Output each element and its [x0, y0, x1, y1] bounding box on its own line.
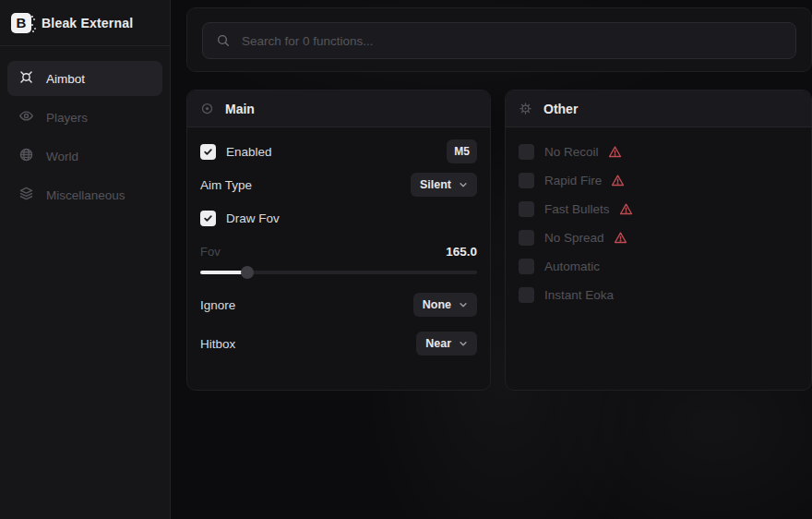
- sidebar-item-aimbot[interactable]: Aimbot: [7, 61, 162, 96]
- sidebar-item-label: World: [46, 150, 78, 163]
- instant-eoka-row: Instant Eoka: [519, 285, 798, 304]
- no-spread-checkbox[interactable]: [519, 230, 534, 246]
- app-logo-letter: B: [17, 15, 27, 30]
- panel-main-body: Enabled M5 Aim Type Silent Draw Fov: [187, 127, 490, 368]
- no-recoil-checkbox[interactable]: [519, 144, 534, 160]
- enabled-label: Enabled: [226, 145, 272, 159]
- hitbox-dropdown[interactable]: Near: [416, 332, 477, 356]
- sidebar-header: B Bleak External: [0, 0, 170, 46]
- warning-icon: [619, 202, 633, 216]
- check-icon: [203, 147, 213, 157]
- panel-main-title: Main: [225, 102, 255, 116]
- search-icon: [216, 33, 231, 48]
- no-spread-row: No Spread: [519, 228, 798, 247]
- fast-bullets-label: Fast Bullets: [544, 202, 610, 216]
- app-logo: B: [11, 13, 31, 33]
- panel-main-header: Main: [187, 91, 490, 127]
- automatic-label: Automatic: [544, 260, 600, 273]
- fov-label: Fov: [200, 245, 221, 259]
- warning-icon: [614, 231, 627, 245]
- draw-fov-label: Draw Fov: [226, 211, 280, 225]
- toolbar: [186, 7, 812, 72]
- automatic-row: Automatic: [519, 257, 798, 275]
- crosshair-icon: [18, 69, 34, 88]
- fast-bullets-checkbox[interactable]: [519, 201, 534, 217]
- ignore-dropdown[interactable]: None: [413, 293, 477, 317]
- hitbox-row: Hitbox Near: [200, 331, 477, 356]
- app-title: Bleak External: [42, 16, 133, 30]
- panel-other-header: Other: [506, 91, 811, 127]
- sidebar: B Bleak External Aimbot Players: [0, 0, 171, 519]
- sidebar-item-miscellaneous[interactable]: Miscellaneous: [7, 177, 162, 212]
- instant-eoka-label: Instant Eoka: [544, 288, 614, 302]
- sidebar-nav: Aimbot Players World: [0, 46, 170, 212]
- layers-icon: [18, 186, 34, 204]
- aim-type-label: Aim Type: [200, 178, 252, 192]
- hitbox-value: Near: [425, 337, 451, 350]
- warning-icon: [611, 174, 625, 187]
- sidebar-item-label: Players: [46, 111, 88, 125]
- panel-other-title: Other: [543, 102, 578, 116]
- eye-icon: [18, 108, 34, 127]
- hitbox-label: Hitbox: [200, 337, 235, 351]
- rapid-fire-label: Rapid Fire: [544, 174, 602, 187]
- enabled-keybind-button[interactable]: M5: [447, 139, 477, 163]
- ignore-value: None: [423, 298, 451, 311]
- draw-fov-row: Draw Fov: [200, 205, 477, 231]
- aim-type-value: Silent: [420, 178, 451, 191]
- rapid-fire-row: Rapid Fire: [519, 171, 798, 189]
- rapid-fire-checkbox[interactable]: [519, 173, 534, 188]
- aim-type-row: Aim Type Silent: [200, 172, 477, 198]
- fov-slider-thumb[interactable]: [241, 266, 254, 279]
- chevron-down-icon: [459, 300, 468, 309]
- panel-other: Other No Recoil Rapid Fire Fast Bullets: [505, 90, 812, 391]
- warning-icon: [608, 145, 622, 159]
- fov-row: Fov 165.0: [200, 242, 477, 260]
- no-recoil-label: No Recoil: [544, 145, 599, 159]
- panel-main: Main Enabled M5 Aim Type Silent: [186, 90, 491, 391]
- fov-value: 165.0: [446, 245, 477, 259]
- sidebar-item-label: Aimbot: [46, 72, 85, 86]
- sidebar-item-world[interactable]: World: [7, 139, 162, 174]
- globe-icon: [18, 147, 34, 165]
- fast-bullets-row: Fast Bullets: [519, 199, 798, 218]
- aim-type-dropdown[interactable]: Silent: [411, 173, 477, 197]
- no-spread-label: No Spread: [544, 231, 604, 245]
- enabled-checkbox[interactable]: [200, 144, 216, 160]
- instant-eoka-checkbox[interactable]: [519, 287, 534, 303]
- fov-slider[interactable]: [200, 266, 477, 279]
- check-icon: [203, 213, 213, 223]
- sidebar-item-players[interactable]: Players: [7, 100, 162, 135]
- automatic-checkbox[interactable]: [519, 259, 534, 274]
- no-recoil-row: No Recoil: [519, 142, 798, 161]
- gear-icon: [519, 102, 532, 115]
- chevron-down-icon: [459, 339, 468, 348]
- search-box[interactable]: [202, 22, 796, 59]
- sidebar-item-label: Miscellaneous: [46, 188, 125, 202]
- search-input[interactable]: [242, 34, 782, 48]
- target-icon: [200, 102, 214, 115]
- chevron-down-icon: [459, 180, 468, 189]
- draw-fov-checkbox[interactable]: [200, 211, 216, 226]
- panel-other-body: No Recoil Rapid Fire Fast Bullets: [506, 127, 811, 319]
- enabled-row: Enabled M5: [200, 139, 477, 164]
- ignore-row: Ignore None: [200, 292, 477, 318]
- ignore-label: Ignore: [200, 298, 235, 312]
